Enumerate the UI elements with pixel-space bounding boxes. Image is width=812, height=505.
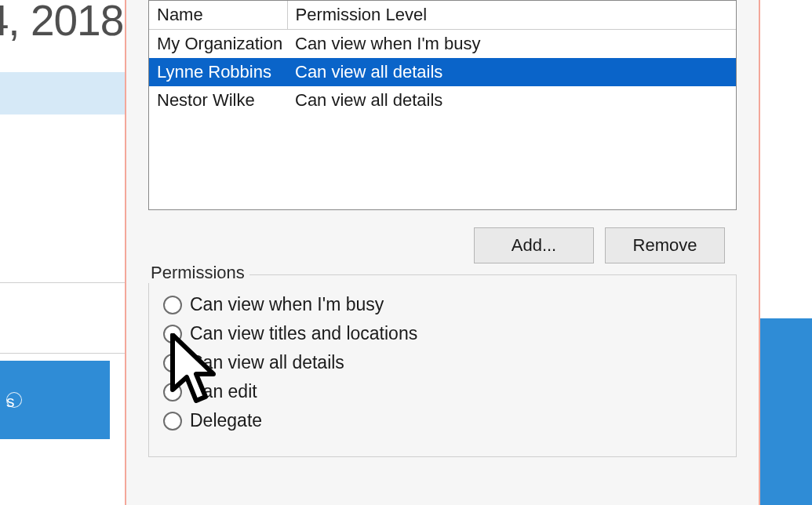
cell-permission: Can view all details — [287, 58, 736, 86]
permission-option[interactable]: Can view titles and locations — [163, 323, 722, 344]
sync-icon — [6, 392, 24, 409]
cell-name: My Organization — [149, 30, 287, 59]
radio-icon[interactable] — [163, 325, 182, 343]
remove-button[interactable]: Remove — [605, 227, 725, 263]
permission-option[interactable]: Can view when I'm busy — [163, 294, 722, 315]
background-divider — [0, 282, 126, 283]
cell-name: Nestor Wilke — [149, 86, 287, 114]
background-date-fragment: y 4, 2018 — [0, 0, 123, 45]
permission-option-label: Can view all details — [190, 352, 344, 373]
button-row: Add... Remove — [148, 227, 737, 263]
add-button[interactable]: Add... — [474, 227, 594, 263]
background-event-block[interactable]: s — [0, 361, 110, 439]
permission-option-label: Can view titles and locations — [190, 323, 417, 344]
permission-option-label: Can edit — [190, 381, 257, 402]
permissions-listview[interactable]: Name Permission Level My OrganizationCan… — [148, 0, 737, 210]
cell-permission: Can view when I'm busy — [287, 30, 736, 59]
column-header-name[interactable]: Name — [149, 1, 287, 30]
table-row[interactable]: My OrganizationCan view when I'm busy — [149, 30, 736, 59]
permission-option-label: Can view when I'm busy — [190, 294, 384, 315]
background-divider — [0, 353, 126, 354]
permissions-group: Permissions Can view when I'm busyCan vi… — [148, 274, 737, 457]
table-row[interactable]: Lynne RobbinsCan view all details — [149, 58, 736, 86]
radio-icon[interactable] — [163, 383, 182, 401]
table-row[interactable]: Nestor WilkeCan view all details — [149, 86, 736, 114]
permission-option[interactable]: Can edit — [163, 381, 722, 402]
permission-option-label: Delegate — [190, 410, 262, 431]
permissions-group-title: Permissions — [146, 263, 249, 283]
listview-header-row[interactable]: Name Permission Level — [149, 1, 736, 30]
permission-option[interactable]: Can view all details — [163, 352, 722, 373]
permissions-dialog: Name Permission Level My OrganizationCan… — [125, 0, 760, 505]
radio-icon[interactable] — [163, 412, 182, 431]
radio-icon[interactable] — [163, 354, 182, 372]
permission-option[interactable]: Delegate — [163, 410, 722, 431]
cell-permission: Can view all details — [287, 86, 736, 114]
column-header-permission[interactable]: Permission Level — [287, 1, 736, 30]
background-right-block — [759, 318, 812, 505]
background-band — [0, 72, 126, 114]
radio-icon[interactable] — [163, 296, 182, 314]
cell-name: Lynne Robbins — [149, 58, 287, 86]
